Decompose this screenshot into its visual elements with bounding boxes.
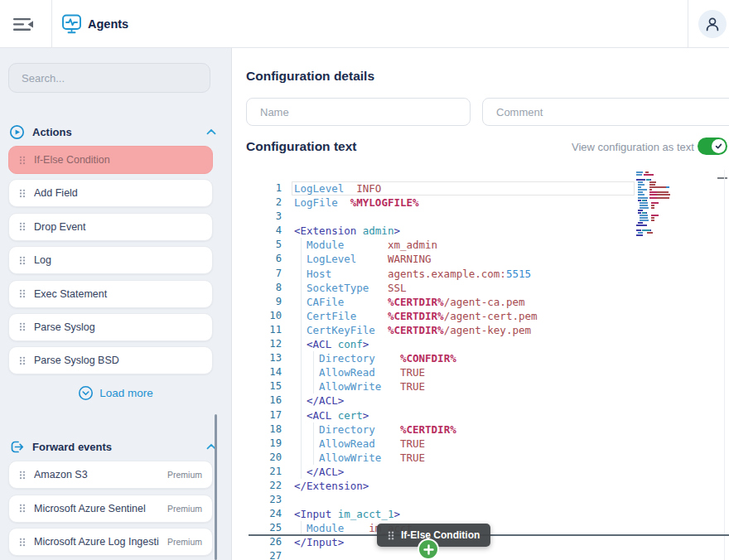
code-text: LogFile %MYLOGFILE% — [294, 196, 419, 210]
minimap-line — [640, 215, 647, 216]
line-number: 8 — [249, 281, 282, 295]
line-number: 16 — [249, 393, 282, 408]
minimap-line — [640, 220, 649, 221]
configuration-code-editor[interactable]: 1LogLevel INFO2LogFile %MYLOGFILE%34<Ext… — [249, 170, 729, 560]
sidebar-item-log[interactable]: Log — [8, 246, 213, 274]
line-number: 4 — [249, 224, 282, 238]
code-line[interactable]: 17 <ACL cert> — [249, 408, 729, 422]
sidebar-item-add-field[interactable]: Add Field — [8, 179, 213, 207]
sidebar-item-microsoft-azure-sentinel[interactable]: Microsoft Azure SentinelPremium — [8, 495, 213, 523]
indent-guide — [301, 309, 302, 323]
item-label: Exec Statement — [34, 288, 202, 300]
code-text: AllowRead TRUE — [294, 437, 425, 451]
sidebar-item-if-else-condition[interactable]: If-Else Condition — [8, 146, 213, 174]
code-line[interactable]: 22</Extension> — [249, 479, 729, 493]
code-text: Module xm_admin — [294, 238, 437, 252]
line-number: 22 — [249, 479, 282, 493]
section-header-forward-events[interactable]: Forward events — [9, 439, 216, 454]
minimap-line — [640, 205, 647, 206]
line-number: 25 — [249, 521, 282, 535]
indent-guide — [301, 295, 302, 309]
line-number: 12 — [249, 337, 282, 351]
code-line[interactable]: 13 Directory %CONFDIR% — [249, 351, 729, 365]
code-line[interactable]: 7 Host agents.example.com:5515 — [249, 267, 729, 281]
minimap-line — [646, 200, 647, 201]
line-number: 1 — [249, 181, 282, 196]
chevron-down-circle-icon — [78, 385, 94, 401]
minimap-line — [638, 210, 643, 211]
drop-add-icon — [418, 538, 439, 560]
sidebar-item-drop-event[interactable]: Drop Event — [8, 213, 213, 241]
minimap-line — [651, 205, 654, 206]
code-text: CertFile %CERTDIR%/agent-cert.pem — [294, 309, 538, 323]
sidebar-item-microsoft-azure-log-ingestion[interactable]: Microsoft Azure Log IngestionPremium — [8, 528, 213, 556]
minimap-line — [640, 202, 647, 204]
item-label: Drop Event — [34, 221, 202, 233]
code-line[interactable]: 14 AllowRead TRUE — [249, 365, 729, 379]
item-label: Amazon S3 — [34, 469, 159, 480]
line-number: 7 — [249, 267, 282, 281]
code-text: <Extension admin> — [294, 224, 400, 238]
code-line[interactable]: 6 LogLevel WARNING — [249, 252, 729, 266]
code-line[interactable]: 21 </ACL> — [249, 465, 729, 479]
minimap-line — [666, 186, 669, 188]
user-menu-button[interactable] — [698, 10, 727, 38]
indent-guide — [301, 451, 302, 465]
drag-handle-icon — [19, 221, 26, 232]
minimap-line — [651, 217, 654, 219]
sidebar-scrollbar[interactable] — [215, 414, 217, 560]
sidebar-collapse-icon[interactable] — [13, 16, 36, 32]
code-line[interactable]: 8 SocketType SSL — [249, 281, 729, 295]
code-line[interactable]: 12 <ACL conf> — [249, 337, 729, 351]
drag-handle-icon — [19, 470, 26, 480]
minimap-line — [651, 202, 659, 204]
minimap-line — [638, 184, 645, 186]
premium-badge: Premium — [167, 470, 202, 480]
line-number: 13 — [249, 351, 282, 365]
view-as-text-toggle[interactable] — [698, 138, 727, 155]
drag-handle-icon — [19, 288, 26, 299]
code-line[interactable]: 23 — [249, 493, 729, 507]
line-number: 3 — [249, 210, 282, 224]
code-text: AllowWrite TRUE — [294, 379, 425, 393]
name-field[interactable] — [246, 98, 471, 126]
editor-minimap[interactable] — [636, 171, 678, 248]
code-line[interactable]: 20 AllowWrite TRUE — [249, 451, 729, 465]
code-line[interactable]: 15 AllowWrite TRUE — [249, 379, 729, 393]
minimap-line — [650, 229, 651, 231]
code-line[interactable]: 24<Input im_acct_1> — [249, 507, 729, 521]
blocks-sidebar: Actions If-Else ConditionAdd FieldDrop E… — [0, 48, 232, 560]
minimap-line — [638, 189, 647, 191]
item-label: Parse Syslog — [34, 321, 202, 333]
line-number: 5 — [249, 238, 282, 252]
code-line[interactable]: 19 AllowRead TRUE — [249, 437, 729, 451]
code-line[interactable]: 27 — [249, 549, 729, 560]
minimap-line — [649, 184, 655, 186]
search-input[interactable] — [8, 63, 210, 93]
minimap-line — [636, 171, 643, 173]
code-line[interactable]: 11 CertKeyFile %CERTDIR%/agent-key.pem — [249, 323, 729, 337]
code-line[interactable]: 10 CertFile %CERTDIR%/agent-cert.pem — [249, 309, 729, 323]
toggle-knob — [712, 139, 726, 153]
code-line[interactable]: 16 </ACL> — [249, 393, 729, 408]
minimap-line — [644, 174, 654, 176]
code-line[interactable]: 9 CAFile %CERTDIR%/agent-ca.pem — [249, 295, 729, 309]
sidebar-item-parse-syslog-bsd[interactable]: Parse Syslog BSD — [8, 346, 213, 374]
indent-guide — [301, 351, 302, 365]
code-line[interactable]: 18 Directory %CERTDIR% — [249, 422, 729, 437]
minimap-line — [638, 222, 643, 224]
sidebar-item-amazon-s3[interactable]: Amazon S3Premium — [8, 461, 213, 489]
minimap-line — [650, 179, 651, 181]
code-text: <ACL cert> — [294, 408, 369, 422]
minimap-line — [636, 224, 647, 226]
code-text: </ACL> — [294, 393, 344, 408]
comment-field[interactable] — [482, 98, 729, 126]
sidebar-item-parse-syslog[interactable]: Parse Syslog — [8, 313, 213, 341]
section-header-actions[interactable]: Actions — [9, 124, 216, 139]
top-bar: Agents — [0, 0, 729, 48]
chevron-up-icon — [206, 128, 216, 135]
load-more-button[interactable]: Load more — [0, 385, 231, 401]
sidebar-item-exec-statement[interactable]: Exec Statement — [8, 280, 213, 308]
indent-guide — [313, 379, 314, 393]
minimap-line — [638, 197, 648, 199]
